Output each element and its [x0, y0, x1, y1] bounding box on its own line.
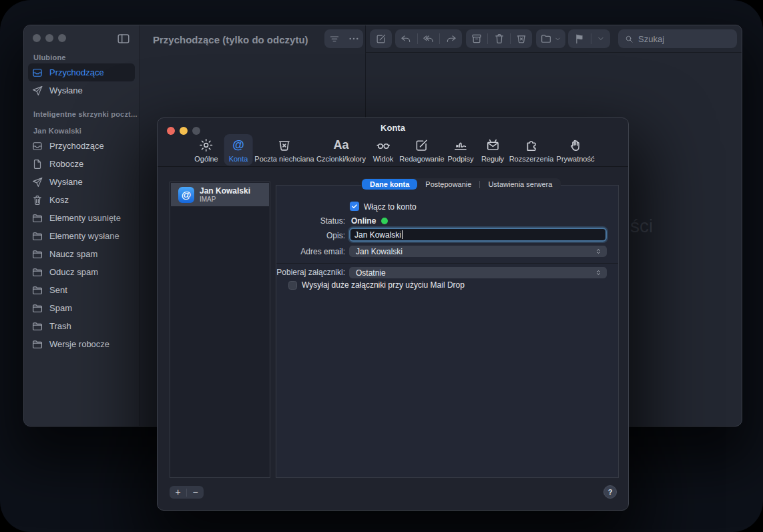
trash-icon	[31, 194, 43, 206]
sidebar-item-trash-en[interactable]: Trash	[28, 317, 135, 335]
sidebar-item-learn-spam[interactable]: Naucz spam	[28, 245, 135, 263]
chevron-down-icon	[597, 35, 605, 43]
enable-account-checkbox[interactable]	[350, 202, 359, 211]
account-list-item-selected[interactable]: @ Jan Kowalski IMAP	[171, 183, 269, 206]
flag-icon	[573, 33, 585, 45]
forward-icon	[445, 33, 457, 45]
prefs-tab-privacy[interactable]: Prywatność	[552, 134, 599, 166]
prefs-tab-label: Ogólne	[194, 155, 218, 163]
online-status-dot	[381, 218, 388, 224]
inbox-icon	[31, 140, 43, 152]
prefs-tab-label: Konta	[229, 155, 248, 163]
sidebar-item-draft-versions[interactable]: Wersje robocze	[28, 335, 135, 353]
filter-button[interactable]	[324, 29, 344, 48]
delete-button[interactable]	[488, 29, 509, 48]
sidebar-item-deleted-items[interactable]: Elementy usunięte	[28, 209, 135, 227]
junk-button[interactable]	[511, 29, 532, 48]
help-button[interactable]: ?	[603, 485, 617, 499]
prefs-tab-junk[interactable]: Poczta niechciana	[250, 134, 318, 166]
maildrop-checkbox[interactable]	[288, 281, 297, 290]
account-type: IMAP	[200, 196, 250, 204]
toolbar-divider	[366, 52, 742, 53]
description-input[interactable]: Jan Kowalski	[349, 228, 607, 242]
email-address-value: Jan Kowalski	[356, 247, 403, 256]
prefs-tab-label: Czcionki/kolory	[316, 155, 366, 163]
sidebar-item-drafts[interactable]: Robocze	[28, 155, 135, 173]
close-button[interactable]	[33, 34, 41, 42]
reply-button[interactable]	[395, 29, 417, 48]
account-list: @ Jan Kowalski IMAP	[170, 182, 270, 478]
paperplane-icon	[31, 176, 43, 188]
minimize-button[interactable]	[45, 34, 53, 42]
remove-account-button[interactable]: −	[187, 486, 204, 499]
sidebar-item-sent[interactable]: Wysłane	[28, 173, 135, 191]
empty-mailbox-text-fragment: ści	[630, 216, 653, 237]
check-icon	[351, 203, 358, 210]
folder-icon	[31, 302, 43, 314]
mail-actions-group	[466, 29, 532, 48]
sidebar-item-label: Naucz spam	[49, 249, 97, 259]
flag-menu-button[interactable]	[591, 29, 610, 48]
accounts-preferences-dialog: Konta Ogólne @ Konta Poczta niechciana A…	[157, 117, 629, 511]
sidebar-item-label: Elementy wysłane	[49, 231, 119, 241]
sidebar-item-spam[interactable]: Spam	[28, 299, 135, 317]
flag-group	[568, 29, 610, 48]
forward-button[interactable]	[440, 29, 462, 48]
sidebar-item-unlearn-spam[interactable]: Oducz spam	[28, 263, 135, 281]
sidebar-item-sent-items[interactable]: Elementy wysłane	[28, 227, 135, 245]
sidebar-item-label: Przychodzące	[49, 141, 104, 151]
tab-account-information[interactable]: Dane konta	[362, 179, 417, 190]
add-account-button[interactable]: +	[170, 486, 186, 499]
folder-icon	[31, 338, 43, 350]
search-field[interactable]	[618, 29, 737, 48]
zoom-button[interactable]	[58, 34, 66, 42]
at-icon: @	[232, 138, 244, 153]
add-remove-group: + −	[170, 486, 204, 499]
prefs-tab-label: Reguły	[481, 155, 504, 163]
envelope-icon	[485, 138, 501, 153]
glasses-icon	[376, 138, 391, 153]
reply-icon	[400, 33, 412, 45]
sidebar-item-label: Sent	[49, 285, 67, 295]
filter-lines-icon	[328, 33, 340, 45]
document-icon	[31, 158, 43, 170]
reply-all-button[interactable]	[418, 29, 440, 48]
prefs-tab-label: Podpisy	[447, 155, 473, 163]
sidebar: Ulubione Przychodzące Wysłane Inteligent…	[24, 25, 140, 426]
prefs-tab-accounts[interactable]: @ Konta	[224, 134, 253, 166]
sidebar-toggle-button[interactable]	[116, 31, 131, 46]
description-label: Opis:	[258, 231, 345, 240]
archive-button[interactable]	[466, 29, 487, 48]
sidebar-item-trash[interactable]: Kosz	[28, 191, 135, 209]
prefs-tab-viewing[interactable]: Widok	[368, 134, 399, 166]
prefs-tab-fonts-colors[interactable]: Aa Czcionki/kolory	[312, 134, 370, 166]
archive-icon	[471, 33, 483, 45]
prefs-tab-extensions[interactable]: Rozszerzenia	[505, 134, 559, 166]
reply-all-icon	[423, 33, 435, 45]
sidebar-item-sent-en[interactable]: Sent	[28, 281, 135, 299]
prefs-tab-composing[interactable]: Redagowanie	[395, 134, 449, 166]
prefs-toolbar-divider	[158, 166, 628, 167]
sidebar-item-label: Przychodzące	[49, 67, 104, 77]
window-controls	[33, 34, 66, 42]
download-attachments-popup[interactable]: Ostatnie	[349, 267, 607, 278]
download-attachments-value: Ostatnie	[356, 268, 386, 278]
prefs-tab-signatures[interactable]: Podpisy	[443, 134, 478, 166]
compose-button[interactable]	[370, 29, 392, 48]
account-at-icon: @	[178, 187, 194, 203]
prefs-tab-general[interactable]: Ogólne	[190, 134, 222, 166]
sidebar-section-account: Jan Kowalski	[33, 127, 139, 135]
tab-server-settings[interactable]: Ustawienia serwera	[480, 179, 560, 190]
sidebar-item-sent-favorite[interactable]: Wysłane	[28, 81, 135, 99]
filter-menu-group	[324, 29, 363, 48]
flag-button[interactable]	[569, 29, 591, 48]
folder-icon	[31, 266, 43, 278]
text-caret	[402, 230, 403, 239]
search-input[interactable]	[638, 34, 725, 44]
move-to-folder-button[interactable]	[536, 29, 565, 48]
email-address-popup[interactable]: Jan Kowalski	[349, 246, 607, 257]
more-options-button[interactable]	[344, 29, 363, 48]
sidebar-item-inbox-favorite[interactable]: Przychodzące	[28, 63, 135, 81]
sidebar-item-inbox[interactable]: Przychodzące	[28, 137, 135, 155]
tab-mailbox-behaviors[interactable]: Postępowanie	[417, 179, 479, 190]
